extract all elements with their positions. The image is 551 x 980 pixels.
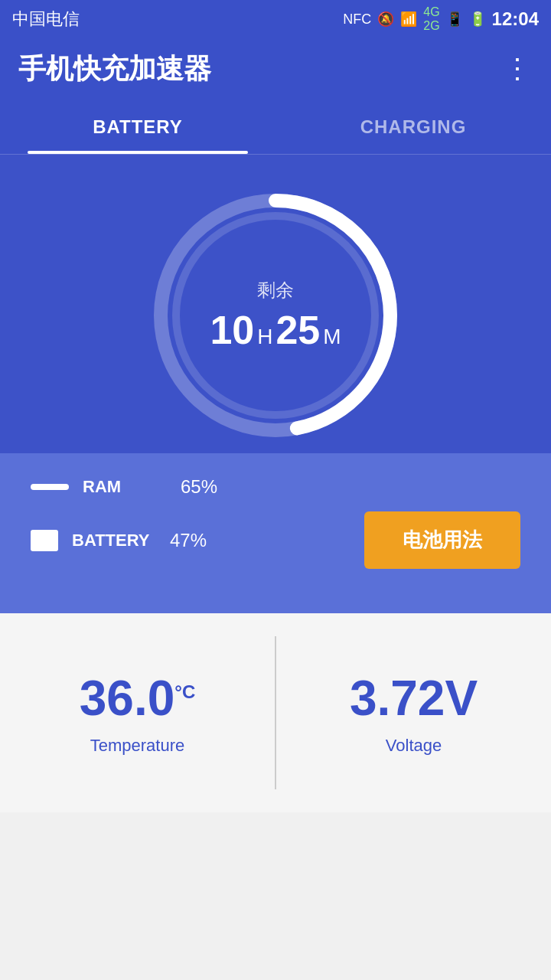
voltage-item: 3.72V Voltage — [276, 613, 551, 812]
tab-charging[interactable]: CHARGING — [276, 100, 551, 154]
hours-value: 10 — [210, 307, 254, 353]
status-icons: NFC 🔕 📶 4G2G 📱 🔋 12:04 — [343, 5, 539, 33]
battery-icon: 🔋 — [469, 11, 486, 28]
wifi-icon: 📶 — [400, 11, 417, 28]
signal-4g-icon: 4G2G — [423, 5, 439, 33]
temperature-value: 36.0°C — [80, 670, 196, 727]
gauge-area: 剩余 10H 25M — [0, 155, 551, 484]
battery-usage-button[interactable]: 电池用法 — [364, 511, 520, 569]
mute-icon: 🔕 — [377, 11, 394, 28]
voltage-value: 3.72V — [350, 670, 478, 727]
remaining-label: 剩余 — [210, 278, 341, 302]
remaining-time-value: 10H 25M — [210, 307, 341, 353]
sim-icon: 📱 — [446, 11, 463, 28]
nfc-icon: NFC — [343, 11, 371, 28]
battery-stat: BATTERY 47% 电池用法 — [31, 511, 520, 569]
battery-label: BATTERY — [72, 531, 156, 550]
temperature-item: 36.0°C Temperature — [0, 613, 275, 812]
stats-list: RAM 65% BATTERY 47% 电池用法 — [31, 476, 520, 569]
main-content: 剩余 10H 25M RAM 65% BATTERY 47% 电池用法 — [0, 155, 551, 613]
voltage-label: Voltage — [386, 736, 442, 756]
minute-unit: M — [323, 325, 341, 349]
clock: 12:04 — [492, 8, 539, 30]
battery-gauge: 剩余 10H 25M — [145, 185, 406, 446]
status-bar: 中国电信 NFC 🔕 📶 4G2G 📱 🔋 12:04 — [0, 0, 551, 38]
tab-bar: BATTERY CHARGING — [0, 100, 551, 155]
remaining-time-display: 剩余 10H 25M — [210, 278, 341, 353]
app-bar: 手机快充加速器 ⋮ — [0, 38, 551, 100]
ram-indicator — [31, 484, 69, 490]
battery-indicator — [31, 530, 58, 551]
temperature-label: Temperature — [90, 736, 185, 756]
lower-section: RAM 65% BATTERY 47% 电池用法 — [0, 453, 551, 613]
overflow-menu-icon[interactable]: ⋮ — [504, 53, 533, 85]
ram-value: 65% — [181, 476, 217, 498]
info-section: 36.0°C Temperature 3.72V Voltage — [0, 613, 551, 812]
tab-battery[interactable]: BATTERY — [0, 100, 276, 154]
app-title: 手机快充加速器 — [18, 51, 211, 88]
ram-label: RAM — [83, 477, 167, 497]
battery-value: 47% — [170, 530, 207, 551]
minutes-value: 25 — [276, 307, 320, 353]
ram-stat: RAM 65% — [31, 476, 520, 498]
hour-unit: H — [257, 325, 272, 349]
carrier-label: 中国电信 — [12, 8, 80, 31]
